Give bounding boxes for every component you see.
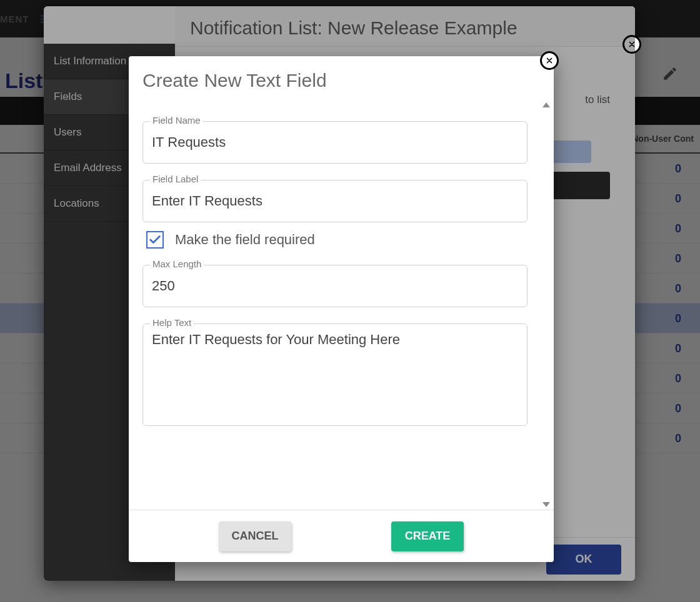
- close-button[interactable]: [540, 51, 559, 70]
- help-text-label: Help Text: [150, 317, 194, 328]
- field-name-input[interactable]: [142, 121, 528, 164]
- cancel-button[interactable]: CANCEL: [219, 521, 291, 551]
- field-name-label: Field Name: [150, 115, 203, 126]
- field-label-input[interactable]: [142, 180, 528, 222]
- dialog-title: Create New Text Field: [129, 56, 554, 102]
- help-text-input[interactable]: [142, 323, 528, 426]
- create-button[interactable]: CREATE: [391, 521, 464, 551]
- required-label: Make the field required: [175, 232, 315, 248]
- max-length-label: Max Length: [150, 259, 204, 269]
- required-checkbox[interactable]: [146, 231, 164, 249]
- scroll-down-icon[interactable]: [542, 502, 550, 507]
- create-text-field-modal: Create New Text Field Field Name Field L…: [129, 56, 554, 562]
- scroll-up-icon[interactable]: [542, 102, 550, 107]
- dialog-footer: CANCEL CREATE: [129, 510, 554, 562]
- field-label-label: Field Label: [150, 174, 201, 184]
- dialog-body: Field Name Field Label Make the field re…: [129, 102, 554, 510]
- max-length-input[interactable]: [142, 265, 528, 307]
